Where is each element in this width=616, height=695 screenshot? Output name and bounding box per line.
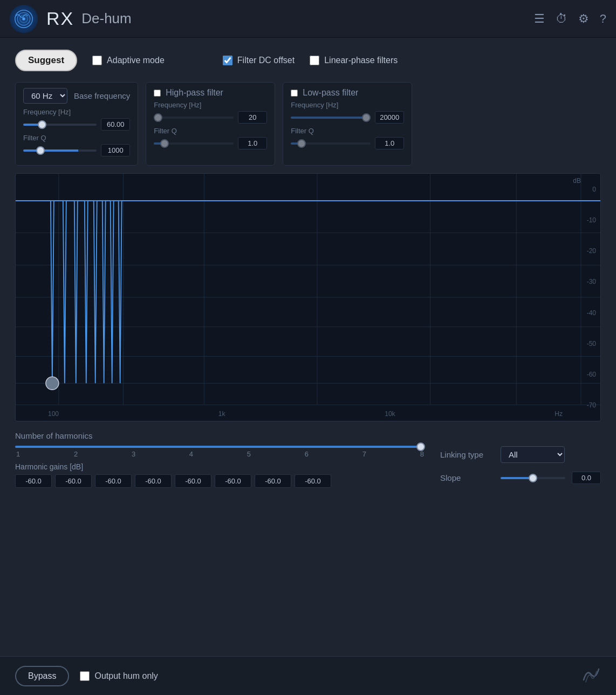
output-hum-label: Output hum only [94, 671, 158, 681]
header: RX De-hum ☰ ⏱ ⚙ ? [0, 0, 616, 38]
output-hum-group[interactable]: Output hum only [80, 671, 158, 681]
linear-phase-label: Linear-phase filters [324, 56, 398, 65]
hp-filter-q-slider-row: 1.0 [154, 137, 267, 149]
settings-icon[interactable]: ⚙ [578, 12, 589, 26]
hp-freq-hz-label: Frequency [Hz] [154, 101, 267, 109]
harmonics-section-label: Number of harmonics [15, 431, 425, 440]
linking-type-row: Linking type All None Adjacent [440, 446, 601, 463]
suggest-button[interactable]: Suggest [15, 50, 77, 71]
footer: Bypass Output hum only [0, 656, 616, 695]
base-frequency-label: Base frequency [74, 91, 130, 100]
toolbar-row: Suggest Adaptive mode Filter DC offset L… [15, 50, 601, 71]
base-freq-slider[interactable] [23, 124, 97, 126]
base-freq-hz-label: Frequency [Hz] [23, 108, 130, 116]
gain-3[interactable]: -60.0 [95, 474, 132, 488]
low-pass-block: Low-pass filter Frequency [Hz] 20000 Fil… [283, 82, 412, 166]
controls-row: 60 Hz 50 Hz Base frequency Frequency [Hz… [15, 82, 601, 166]
svg-point-3 [22, 17, 25, 20]
lp-freq-slider-row: 20000 [291, 111, 404, 124]
gain-4[interactable]: -60.0 [135, 474, 172, 488]
filter-dc-label: Filter DC offset [237, 56, 295, 65]
eq-handle[interactable] [46, 377, 59, 390]
db-unit-label: dB [573, 177, 581, 185]
lp-filter-q-slider-row: 1.0 [291, 137, 404, 149]
lp-freq-value: 20000 [375, 111, 404, 124]
base-frequency-select[interactable]: 60 Hz 50 Hz [23, 88, 67, 104]
base-freq-slider-row: 60.00 [23, 118, 130, 131]
filter-dc-checkbox[interactable] [223, 56, 232, 65]
slope-value: 0.0 [572, 472, 601, 484]
plugin-name: De-hum [81, 10, 131, 27]
lp-freq-hz-label: Frequency [Hz] [291, 101, 404, 109]
hp-filter-q-value: 1.0 [238, 137, 267, 149]
harmonic-num-2: 2 [74, 450, 78, 458]
slope-slider[interactable] [501, 477, 565, 479]
right-panel: Linking type All None Adjacent Slope 0.0 [425, 446, 601, 484]
low-pass-checkbox[interactable] [291, 90, 298, 97]
adaptive-mode-label: Adaptive mode [107, 56, 165, 65]
linear-phase-checkbox[interactable] [310, 56, 319, 65]
base-filter-q-label: Filter Q [23, 134, 130, 142]
lp-freq-slider[interactable] [291, 117, 371, 119]
filter-dc-group[interactable]: Filter DC offset [223, 56, 295, 65]
hp-freq-slider[interactable] [154, 117, 234, 119]
eq-svg [16, 174, 600, 421]
harmonics-section: Number of harmonics 1 2 3 4 5 6 7 8 Harm… [15, 431, 425, 488]
bypass-button[interactable]: Bypass [15, 666, 69, 686]
slope-row: Slope 0.0 [440, 472, 601, 484]
adaptive-mode-checkbox[interactable] [92, 56, 102, 65]
base-freq-value: 60.00 [101, 118, 130, 131]
output-hum-checkbox[interactable] [80, 671, 90, 681]
hp-filter-q-label: Filter Q [154, 127, 267, 135]
gain-2[interactable]: -60.0 [55, 474, 92, 488]
harmonic-num-5: 5 [247, 450, 251, 458]
high-pass-checkbox[interactable] [154, 90, 161, 97]
app-name: RX [46, 8, 74, 29]
hp-freq-value: 20 [238, 111, 267, 124]
linear-phase-group[interactable]: Linear-phase filters [310, 56, 398, 65]
harmonic-num-1: 1 [16, 450, 20, 458]
high-pass-block: High-pass filter Frequency [Hz] 20 Filte… [146, 82, 275, 166]
harmonic-num-3: 3 [132, 450, 135, 458]
high-pass-label: High-pass filter [166, 88, 223, 98]
harmonic-numbers: 1 2 3 4 5 6 7 8 [15, 450, 425, 458]
bottom-controls: Number of harmonics 1 2 3 4 5 6 7 8 Harm… [15, 431, 601, 488]
base-frequency-block: 60 Hz 50 Hz Base frequency Frequency [Hz… [15, 82, 138, 166]
header-icons: ☰ ⏱ ⚙ ? [534, 12, 606, 26]
harmonics-slider[interactable] [15, 446, 425, 448]
harmonic-num-7: 7 [362, 450, 366, 458]
gain-5[interactable]: -60.0 [175, 474, 211, 488]
harmonic-num-6: 6 [305, 450, 309, 458]
lp-filter-q-label: Filter Q [291, 127, 404, 135]
harmonic-gains-label: Harmonic gains [dB] [15, 462, 425, 471]
low-pass-label: Low-pass filter [303, 88, 358, 98]
base-filter-q-slider[interactable] [23, 149, 97, 152]
base-filter-q-slider-row: 1000 [23, 144, 130, 156]
eq-display[interactable]: 0 -10 -20 -30 -40 -50 -60 -70 100 1k 10k… [15, 173, 601, 421]
gain-8[interactable]: -60.0 [295, 474, 331, 488]
hp-filter-q-slider[interactable] [154, 142, 234, 145]
adaptive-mode-group[interactable]: Adaptive mode [92, 56, 165, 65]
lp-filter-q-slider[interactable] [291, 142, 371, 145]
gain-1[interactable]: -60.0 [15, 474, 52, 488]
main-content: Suggest Adaptive mode Filter DC offset L… [0, 38, 616, 500]
harmonics-slider-row [15, 446, 425, 448]
linking-type-select[interactable]: All None Adjacent [501, 446, 565, 463]
harmonic-gains-row: -60.0 -60.0 -60.0 -60.0 -60.0 -60.0 -60.… [15, 474, 425, 488]
footer-logo-icon [581, 665, 601, 687]
gain-6[interactable]: -60.0 [215, 474, 251, 488]
list-icon[interactable]: ☰ [534, 12, 545, 26]
harmonic-num-4: 4 [189, 450, 193, 458]
history-icon[interactable]: ⏱ [556, 12, 567, 26]
slope-label: Slope [440, 473, 494, 482]
lp-filter-q-value: 1.0 [375, 137, 404, 149]
harmonic-num-8: 8 [420, 450, 424, 458]
linking-type-label: Linking type [440, 450, 494, 459]
base-filter-q-value: 1000 [101, 144, 130, 156]
help-icon[interactable]: ? [600, 12, 606, 26]
gain-7[interactable]: -60.0 [255, 474, 291, 488]
app-logo [10, 5, 38, 33]
hp-freq-slider-row: 20 [154, 111, 267, 124]
